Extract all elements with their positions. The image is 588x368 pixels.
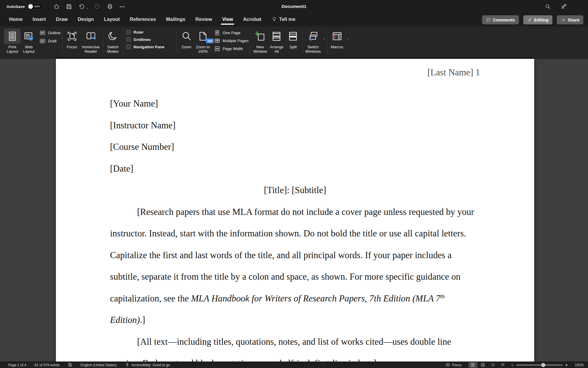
outline-view-button[interactable] <box>489 362 497 368</box>
navigation-pane-label: Navigation Pane <box>134 45 164 49</box>
outline-view-icon <box>491 363 495 367</box>
tab-tell-me[interactable]: Tell me <box>266 14 301 26</box>
web-layout-view-button[interactable] <box>479 362 487 368</box>
gridlines-checkbox-box[interactable] <box>126 37 131 42</box>
undo-button[interactable] <box>78 3 85 10</box>
tab-acrobat[interactable]: Acrobat <box>238 14 266 26</box>
switch-windows-button[interactable]: Switch Windows ⌄ <box>304 26 325 58</box>
new-window-button[interactable]: New Window <box>252 26 268 58</box>
redo-button[interactable] <box>94 3 101 10</box>
arrange-all-icon <box>268 29 285 44</box>
more-commands-button[interactable]: ⋯ <box>118 3 126 10</box>
tab-references[interactable]: References <box>125 14 161 26</box>
save-button[interactable] <box>65 3 73 10</box>
print-layout-view-button[interactable] <box>469 362 477 368</box>
web-layout-label: Web Layout <box>21 45 36 54</box>
ruler-checkbox-box[interactable] <box>126 30 131 34</box>
tab-draw[interactable]: Draw <box>51 14 73 26</box>
switch-modes-button[interactable]: Switch Modes <box>105 26 121 58</box>
share-button[interactable]: Share <box>557 15 583 24</box>
draft-button[interactable]: Draft <box>39 38 61 44</box>
language-status[interactable]: English (United States) <box>81 363 117 367</box>
home-button[interactable] <box>53 3 61 10</box>
page-count-status[interactable]: Page 1 of 4 <box>8 363 26 367</box>
tab-review[interactable]: Review <box>190 14 217 26</box>
tab-view[interactable]: View <box>217 14 238 26</box>
heading-course-number[interactable]: [Course Number] <box>110 136 480 158</box>
accessibility-status[interactable]: Accessibility: Good to go <box>125 363 170 367</box>
editing-mode-button[interactable]: Editing <box>523 15 552 24</box>
search-button[interactable] <box>544 3 552 10</box>
macros-dropdown-chevron-icon[interactable]: ⌄ <box>347 36 349 40</box>
focus-mode-icon <box>446 363 450 367</box>
undo-dropdown-chevron-icon[interactable]: ⌄ <box>86 6 89 9</box>
macros-button[interactable]: Macros ⌄ <box>329 26 349 58</box>
split-button[interactable]: Split <box>285 26 301 58</box>
page-header-text[interactable]: [Last Name] 1 <box>427 67 480 78</box>
document-page[interactable]: [Last Name] 1 [Your Name] [Instructor Na… <box>56 59 534 368</box>
arrange-all-label: Arrange All <box>268 45 285 54</box>
zoom-button[interactable]: Zoom <box>178 26 195 58</box>
redo-icon <box>94 4 101 10</box>
heading-date[interactable]: [Date] <box>110 158 480 180</box>
multiple-pages-button[interactable]: Multiple Pages <box>214 38 249 44</box>
tab-layout[interactable]: Layout <box>99 14 125 26</box>
save-icon <box>66 4 72 10</box>
multiple-pages-icon <box>214 38 220 44</box>
document-title-line[interactable]: [Title]: [Subtitle] <box>110 179 480 201</box>
zoom-slider-track[interactable] <box>516 364 563 366</box>
print-layout-button[interactable]: Print Layout <box>4 26 21 58</box>
tell-me-label: Tell me <box>279 16 296 22</box>
paragraph-1[interactable]: [Research papers that use MLA format do … <box>110 201 480 331</box>
status-bar: Page 1 of 4 61 of 578 words English (Uni… <box>0 362 588 368</box>
zoom-percentage[interactable]: 192% <box>572 363 584 367</box>
tab-mailings[interactable]: Mailings <box>161 14 190 26</box>
immersive-reader-icon <box>83 29 99 44</box>
draft-view-button[interactable] <box>499 362 507 368</box>
autosave-toggle[interactable]: OFF <box>27 3 43 10</box>
focus-button[interactable]: Focus <box>64 26 80 58</box>
web-layout-button[interactable]: Web Layout <box>21 26 37 58</box>
zoom-out-icon[interactable]: − <box>511 363 514 367</box>
print-icon <box>107 4 113 10</box>
gridlines-checkbox[interactable]: Gridlines <box>126 37 175 42</box>
zoom-slider-thumb[interactable] <box>541 363 545 367</box>
tab-insert[interactable]: Insert <box>28 14 51 26</box>
one-page-button[interactable]: One Page <box>214 30 249 36</box>
autosave-control[interactable]: AutoSave OFF <box>6 3 43 10</box>
zoom-to-100-button[interactable]: 100 Zoom to 100% <box>195 26 211 58</box>
share-icon <box>561 17 566 22</box>
one-page-icon <box>214 30 220 36</box>
outline-button[interactable]: Outline <box>39 30 61 36</box>
ruler-checkbox[interactable]: Ruler <box>126 30 175 34</box>
arrange-all-button[interactable]: Arrange All <box>268 26 285 58</box>
page-width-button[interactable]: Page Width <box>214 46 249 52</box>
draft-icon <box>39 38 46 44</box>
tab-design[interactable]: Design <box>73 14 99 26</box>
zoom-slider[interactable]: − + <box>511 363 568 367</box>
tab-home[interactable]: Home <box>4 14 28 26</box>
navigation-pane-checkbox-box[interactable] <box>126 44 131 49</box>
proofing-status[interactable] <box>68 363 72 367</box>
comments-button[interactable]: Comments <box>482 15 519 24</box>
print-layout-view-icon <box>471 363 475 367</box>
switch-windows-dropdown-chevron-icon[interactable]: ⌄ <box>323 36 325 40</box>
heading-your-name[interactable]: [Your Name] <box>110 93 480 115</box>
immersive-reader-label: Immersive Reader <box>80 45 101 54</box>
new-window-label: New Window <box>252 45 268 54</box>
heading-instructor-name[interactable]: [Instructor Name] <box>110 115 480 136</box>
immersive-reader-button[interactable]: Immersive Reader <box>80 26 101 58</box>
ribbon-separator <box>62 29 62 55</box>
ruler-label: Ruler <box>134 30 144 34</box>
document-body[interactable]: [Your Name] [Instructor Name] [Course Nu… <box>110 93 480 368</box>
ribbon-separator <box>123 29 123 55</box>
navigation-pane-checkbox[interactable]: Navigation Pane <box>126 44 175 49</box>
paragraph-1-superscript: th <box>440 293 445 299</box>
focus-mode-button[interactable]: Focus <box>446 363 462 367</box>
web-layout-icon <box>21 29 37 44</box>
print-button[interactable] <box>106 3 114 10</box>
new-window-icon <box>252 29 268 44</box>
word-count-status[interactable]: 61 of 578 words <box>34 363 59 367</box>
zoom-in-icon[interactable]: + <box>565 363 568 367</box>
send-feedback-button[interactable] <box>560 3 567 10</box>
